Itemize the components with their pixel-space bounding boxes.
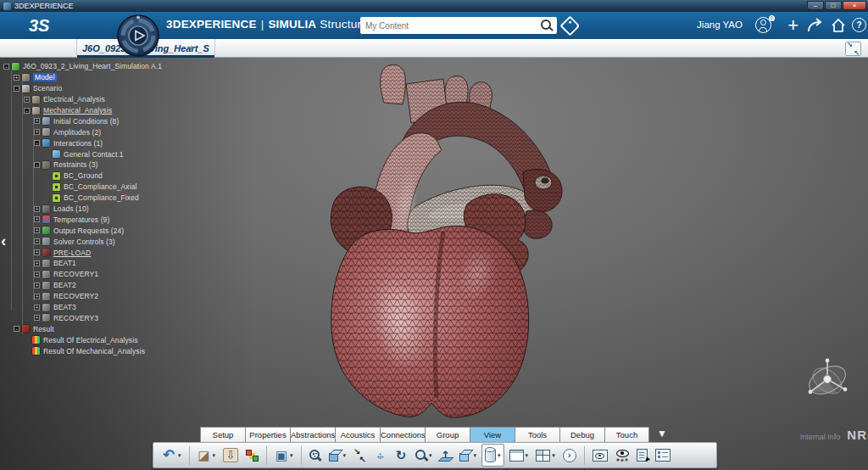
search-input[interactable] [360, 21, 541, 31]
swap-visible-button[interactable] [634, 445, 650, 466]
tabbar-chevron-icon[interactable]: ▼ [657, 428, 667, 439]
tab-acoustics[interactable]: Acoustics [335, 427, 380, 443]
viewport-3d[interactable]: -J6O_0923_2_Living_Heart_Simulation A.1+… [0, 58, 868, 470]
tree-item-mechanical-analysis[interactable]: -Mechanical_Analysis [0, 105, 195, 116]
tree-expander-icon[interactable]: + [14, 75, 19, 81]
search-icon[interactable] [541, 20, 553, 31]
help-icon[interactable]: ? [852, 18, 866, 32]
toolbar-more-button[interactable]: › [560, 445, 579, 466]
dropdown-caret-icon[interactable]: ▾ [343, 452, 347, 459]
normal-view-button[interactable]: ↥ [437, 445, 454, 466]
display-options-button[interactable] [653, 445, 673, 466]
tree-expander-icon[interactable]: + [34, 315, 40, 321]
user-name[interactable]: Jiang YAO [697, 20, 743, 30]
tree-expander-icon[interactable]: - [3, 64, 9, 70]
tree-item-restraints-3-[interactable]: -Restraints (3) [0, 159, 195, 171]
pan-button[interactable] [371, 445, 389, 466]
hide-show-button[interactable] [590, 445, 610, 466]
tree-item-pre-load[interactable]: +PRE-LOAD [0, 247, 195, 258]
dropdown-caret-icon[interactable]: ▾ [526, 452, 529, 459]
tree-item-bc-compliance-axial[interactable]: BC_Compliance_Axial [0, 182, 195, 193]
tree-expander-icon[interactable]: + [34, 238, 40, 244]
dropdown-caret-icon[interactable]: ▾ [290, 452, 293, 459]
tree-expander-icon[interactable]: + [34, 294, 40, 299]
maximize-button[interactable]: □ [825, 1, 842, 10]
view-manipulator-widget[interactable] [801, 355, 854, 407]
capture-image-button[interactable]: ▣▾ [272, 445, 296, 466]
tab-tools[interactable]: Tools [515, 427, 559, 443]
tab-debug[interactable]: Debug [559, 427, 604, 443]
tree-item-beat1[interactable]: +BEAT1 [0, 258, 195, 269]
rotate-button[interactable]: ↻ [392, 445, 410, 466]
tree-expander-icon[interactable]: + [34, 216, 40, 222]
dropdown-caret-icon[interactable]: ▾ [552, 452, 555, 459]
tree-item-result-of-electrical-analysis[interactable]: Result Of Electrical_Analysis [0, 334, 195, 345]
tree-expander-icon[interactable]: + [34, 118, 40, 124]
tree-expander-icon[interactable]: - [34, 162, 40, 168]
tree-expander-icon[interactable]: + [24, 97, 30, 103]
tree-expander-icon[interactable]: + [34, 206, 40, 212]
tree-expander-icon[interactable]: - [34, 140, 40, 146]
material-palette-button[interactable] [243, 445, 261, 466]
tab-abstractions[interactable]: Abstractions [290, 427, 335, 443]
tree-item-bc-ground[interactable]: BC_Ground [0, 171, 195, 182]
tree-item-bc-compliance-fixed[interactable]: BC_Compliance_Fixed [0, 193, 195, 204]
tree-item-result-of-mechanical-analysis[interactable]: Result Of Mechanical_Analysis [0, 345, 195, 356]
tree-item-beat2[interactable]: +BEAT2 [0, 280, 195, 291]
tree-item-recovery2[interactable]: +RECOVERY2 [0, 291, 195, 302]
tree-item-model[interactable]: +Model [0, 72, 195, 83]
collapse-ui-button[interactable] [845, 42, 861, 56]
dropdown-caret-icon[interactable]: ▾ [178, 452, 181, 459]
tab-setup[interactable]: Setup [200, 427, 245, 443]
minimize-button[interactable]: – [807, 1, 824, 10]
tree-item-loads-10-[interactable]: +Loads (10) [0, 204, 195, 215]
render-style-button[interactable]: ▾ [481, 444, 504, 467]
tree-item-j6o-0923-2-living-heart-simulati[interactable]: -J6O_0923_2_Living_Heart_Simulation A.1 [0, 61, 195, 72]
tree-item-electrical-analysis[interactable]: +Electrical_Analysis [0, 94, 195, 105]
tree-expander-icon[interactable]: + [34, 129, 40, 135]
tree-item-beat3[interactable]: +BEAT3 [0, 302, 195, 313]
undo-button[interactable]: ↶▾ [159, 445, 184, 466]
tree-item-interactions-1-[interactable]: -Interactions (1) [0, 137, 195, 148]
new-tab-button[interactable]: + [188, 42, 195, 54]
tab-connections[interactable]: Connections [380, 427, 425, 443]
import-shape-button[interactable]: ⇩ [220, 445, 241, 466]
magnify-select-button[interactable] [307, 445, 324, 466]
tree-expander-icon[interactable]: - [14, 326, 19, 332]
tree-item-result[interactable]: -Result [0, 323, 195, 334]
tree-expander-icon[interactable]: + [34, 260, 40, 266]
tree-expander-icon[interactable]: + [34, 227, 40, 233]
section-view-button[interactable]: ◪▾ [195, 445, 219, 466]
tab-touch[interactable]: Touch [604, 427, 649, 443]
dropdown-caret-icon[interactable]: ▾ [474, 452, 477, 459]
tree-expander-icon[interactable]: - [24, 108, 30, 114]
viewport-layout-button[interactable]: ▾ [507, 445, 531, 466]
tab-group[interactable]: Group [425, 427, 470, 443]
compass-widget[interactable] [116, 14, 160, 58]
visibility-manager-button[interactable] [613, 445, 632, 466]
tab-properties[interactable]: Properties [245, 427, 290, 443]
share-icon[interactable] [807, 18, 824, 33]
dropdown-caret-icon[interactable]: ▾ [498, 452, 501, 459]
tree-item-scenario[interactable]: -Scenario [0, 83, 195, 94]
tree-item-general-contact-1[interactable]: General Contact.1 [0, 148, 195, 159]
tree-expander-icon[interactable]: + [34, 305, 40, 311]
home-icon[interactable] [831, 18, 846, 33]
tree-item-output-requests-24-[interactable]: +Output Requests (24) [0, 225, 195, 236]
iso-view-button[interactable]: ▾ [457, 445, 480, 466]
dropdown-caret-icon[interactable]: ▾ [429, 452, 432, 459]
tree-expander-icon[interactable]: + [34, 271, 40, 277]
panel-collapse-arrow-icon[interactable]: ‹ [1, 232, 6, 250]
tree-item-temperatures-9-[interactable]: +Temperatures (9) [0, 214, 195, 225]
tree-item-amplitudes-2-[interactable]: +Amplitudes (2) [0, 126, 195, 137]
heart-model[interactable] [325, 62, 572, 422]
fit-all-button[interactable] [351, 445, 369, 466]
add-content-icon[interactable]: + [787, 14, 798, 36]
multi-view-button[interactable]: ▾ [533, 445, 558, 466]
tab-view[interactable]: View [470, 427, 515, 443]
tree-item-solver-controls-3-[interactable]: +Solver Controls (3) [0, 236, 195, 247]
tree-item-recovery1[interactable]: +RECOVERY1 [0, 269, 195, 280]
tree-expander-icon[interactable]: + [34, 283, 40, 288]
view-manager-button[interactable]: ▾ [326, 445, 349, 466]
tree-item-recovery3[interactable]: +RECOVERY3 [0, 312, 195, 323]
